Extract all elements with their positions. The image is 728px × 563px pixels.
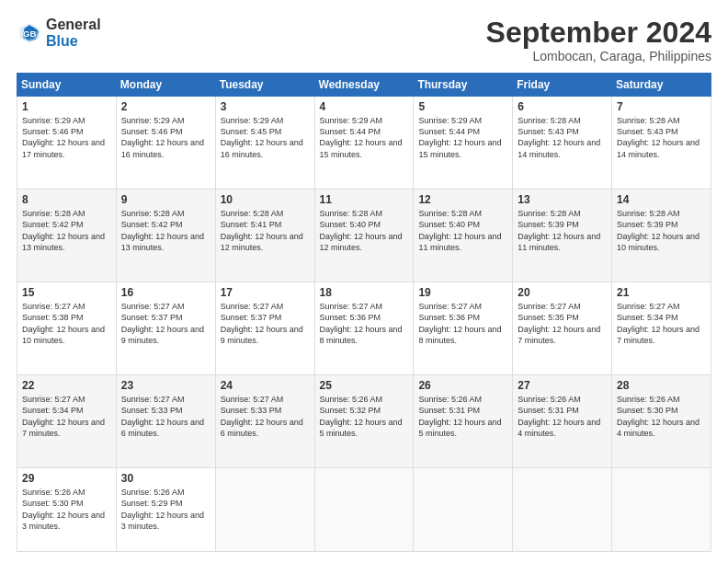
day-number: 26 (418, 379, 507, 392)
cell-info: Sunrise: 5:27 AMSunset: 5:37 PMDaylight:… (221, 301, 310, 346)
day-number: 27 (518, 379, 607, 392)
calendar-cell: 10Sunrise: 5:28 AMSunset: 5:41 PMDayligh… (215, 190, 314, 282)
day-number: 30 (121, 472, 210, 485)
day-number: 21 (617, 286, 706, 299)
calendar-week-4: 29Sunrise: 5:26 AMSunset: 5:30 PMDayligh… (17, 468, 711, 552)
day-number: 28 (617, 379, 706, 392)
calendar-cell: 15Sunrise: 5:27 AMSunset: 5:38 PMDayligh… (17, 282, 117, 375)
calendar-cell (612, 468, 711, 552)
cell-info: Sunrise: 5:26 AMSunset: 5:32 PMDaylight:… (320, 394, 409, 439)
cell-info: Sunrise: 5:29 AMSunset: 5:44 PMDaylight:… (418, 115, 507, 160)
cell-info: Sunrise: 5:27 AMSunset: 5:36 PMDaylight:… (320, 301, 409, 346)
calendar-cell: 27Sunrise: 5:26 AMSunset: 5:31 PMDayligh… (513, 375, 612, 468)
cell-info: Sunrise: 5:28 AMSunset: 5:42 PMDaylight:… (22, 208, 111, 253)
cell-info: Sunrise: 5:28 AMSunset: 5:40 PMDaylight:… (418, 208, 507, 253)
cell-info: Sunrise: 5:27 AMSunset: 5:36 PMDaylight:… (418, 301, 507, 346)
cell-info: Sunrise: 5:27 AMSunset: 5:35 PMDaylight:… (518, 301, 607, 346)
cell-info: Sunrise: 5:27 AMSunset: 5:37 PMDaylight:… (121, 301, 210, 346)
calendar-cell (215, 468, 314, 552)
calendar-cell: 20Sunrise: 5:27 AMSunset: 5:35 PMDayligh… (513, 282, 612, 375)
day-number: 20 (518, 286, 607, 299)
calendar-cell: 17Sunrise: 5:27 AMSunset: 5:37 PMDayligh… (215, 282, 314, 375)
calendar-cell: 22Sunrise: 5:27 AMSunset: 5:34 PMDayligh… (17, 375, 117, 468)
calendar-table: SundayMondayTuesdayWednesdayThursdayFrid… (17, 73, 711, 552)
col-header-thursday: Thursday (414, 74, 513, 97)
day-number: 13 (518, 193, 607, 206)
day-number: 23 (121, 379, 210, 392)
day-number: 3 (221, 100, 310, 113)
day-number: 9 (121, 193, 210, 206)
cell-info: Sunrise: 5:29 AMSunset: 5:46 PMDaylight:… (121, 115, 210, 160)
calendar-cell: 25Sunrise: 5:26 AMSunset: 5:32 PMDayligh… (314, 375, 414, 468)
calendar-cell (314, 468, 414, 552)
cell-info: Sunrise: 5:28 AMSunset: 5:43 PMDaylight:… (518, 115, 607, 160)
calendar-cell: 1Sunrise: 5:29 AMSunset: 5:46 PMDaylight… (17, 97, 117, 190)
calendar-cell: 7Sunrise: 5:28 AMSunset: 5:43 PMDaylight… (612, 97, 711, 190)
cell-info: Sunrise: 5:27 AMSunset: 5:38 PMDaylight:… (22, 301, 111, 346)
day-number: 18 (320, 286, 409, 299)
col-header-saturday: Saturday (612, 74, 711, 97)
calendar-cell: 2Sunrise: 5:29 AMSunset: 5:46 PMDaylight… (116, 97, 215, 190)
day-number: 7 (617, 100, 706, 113)
day-number: 8 (22, 193, 111, 206)
cell-info: Sunrise: 5:28 AMSunset: 5:41 PMDaylight:… (221, 208, 310, 253)
cell-info: Sunrise: 5:28 AMSunset: 5:43 PMDaylight:… (617, 115, 706, 160)
calendar-cell: 30Sunrise: 5:26 AMSunset: 5:29 PMDayligh… (116, 468, 215, 552)
cell-info: Sunrise: 5:29 AMSunset: 5:44 PMDaylight:… (320, 115, 409, 160)
calendar-cell: 12Sunrise: 5:28 AMSunset: 5:40 PMDayligh… (414, 190, 513, 282)
header: GB General Blue September 2024 Lombocan,… (17, 17, 711, 63)
cell-info: Sunrise: 5:29 AMSunset: 5:45 PMDaylight:… (221, 115, 310, 160)
day-number: 5 (418, 100, 507, 113)
calendar-cell: 14Sunrise: 5:28 AMSunset: 5:39 PMDayligh… (612, 190, 711, 282)
cell-info: Sunrise: 5:27 AMSunset: 5:34 PMDaylight:… (617, 301, 706, 346)
day-number: 12 (418, 193, 507, 206)
calendar-header-row: SundayMondayTuesdayWednesdayThursdayFrid… (17, 74, 711, 97)
calendar-cell: 11Sunrise: 5:28 AMSunset: 5:40 PMDayligh… (314, 190, 414, 282)
cell-info: Sunrise: 5:26 AMSunset: 5:30 PMDaylight:… (22, 487, 111, 532)
calendar-cell: 6Sunrise: 5:28 AMSunset: 5:43 PMDaylight… (513, 97, 612, 190)
cell-info: Sunrise: 5:28 AMSunset: 5:42 PMDaylight:… (121, 208, 210, 253)
day-number: 29 (22, 472, 111, 485)
calendar-cell: 16Sunrise: 5:27 AMSunset: 5:37 PMDayligh… (116, 282, 215, 375)
col-header-wednesday: Wednesday (314, 74, 414, 97)
calendar-cell: 3Sunrise: 5:29 AMSunset: 5:45 PMDaylight… (215, 97, 314, 190)
logo: GB General Blue (17, 17, 101, 50)
calendar-cell: 24Sunrise: 5:27 AMSunset: 5:33 PMDayligh… (215, 375, 314, 468)
calendar-cell: 8Sunrise: 5:28 AMSunset: 5:42 PMDaylight… (17, 190, 117, 282)
calendar-cell: 28Sunrise: 5:26 AMSunset: 5:30 PMDayligh… (612, 375, 711, 468)
day-number: 25 (320, 379, 409, 392)
calendar-week-3: 22Sunrise: 5:27 AMSunset: 5:34 PMDayligh… (17, 375, 711, 468)
calendar-cell: 19Sunrise: 5:27 AMSunset: 5:36 PMDayligh… (414, 282, 513, 375)
cell-info: Sunrise: 5:27 AMSunset: 5:34 PMDaylight:… (22, 394, 111, 439)
cell-info: Sunrise: 5:29 AMSunset: 5:46 PMDaylight:… (22, 115, 111, 160)
cell-info: Sunrise: 5:26 AMSunset: 5:31 PMDaylight:… (518, 394, 607, 439)
day-number: 16 (121, 286, 210, 299)
calendar-cell: 23Sunrise: 5:27 AMSunset: 5:33 PMDayligh… (116, 375, 215, 468)
calendar-week-1: 8Sunrise: 5:28 AMSunset: 5:42 PMDaylight… (17, 190, 711, 282)
calendar-cell (414, 468, 513, 552)
calendar-cell: 18Sunrise: 5:27 AMSunset: 5:36 PMDayligh… (314, 282, 414, 375)
calendar-week-2: 15Sunrise: 5:27 AMSunset: 5:38 PMDayligh… (17, 282, 711, 375)
title-block: September 2024 Lombocan, Caraga, Philipp… (486, 17, 711, 63)
day-number: 11 (320, 193, 409, 206)
cell-info: Sunrise: 5:28 AMSunset: 5:39 PMDaylight:… (617, 208, 706, 253)
calendar-cell: 13Sunrise: 5:28 AMSunset: 5:39 PMDayligh… (513, 190, 612, 282)
calendar-cell: 29Sunrise: 5:26 AMSunset: 5:30 PMDayligh… (17, 468, 117, 552)
cell-info: Sunrise: 5:27 AMSunset: 5:33 PMDaylight:… (121, 394, 210, 439)
cell-info: Sunrise: 5:26 AMSunset: 5:31 PMDaylight:… (418, 394, 507, 439)
calendar-cell: 21Sunrise: 5:27 AMSunset: 5:34 PMDayligh… (612, 282, 711, 375)
calendar-cell: 5Sunrise: 5:29 AMSunset: 5:44 PMDaylight… (414, 97, 513, 190)
calendar-week-0: 1Sunrise: 5:29 AMSunset: 5:46 PMDaylight… (17, 97, 711, 190)
day-number: 2 (121, 100, 210, 113)
location: Lombocan, Caraga, Philippines (486, 49, 711, 63)
day-number: 6 (518, 100, 607, 113)
calendar-cell: 9Sunrise: 5:28 AMSunset: 5:42 PMDaylight… (116, 190, 215, 282)
svg-text:GB: GB (23, 29, 36, 39)
day-number: 10 (221, 193, 310, 206)
cell-info: Sunrise: 5:26 AMSunset: 5:30 PMDaylight:… (617, 394, 706, 439)
day-number: 4 (320, 100, 409, 113)
day-number: 14 (617, 193, 706, 206)
day-number: 24 (221, 379, 310, 392)
col-header-tuesday: Tuesday (215, 74, 314, 97)
day-number: 17 (221, 286, 310, 299)
